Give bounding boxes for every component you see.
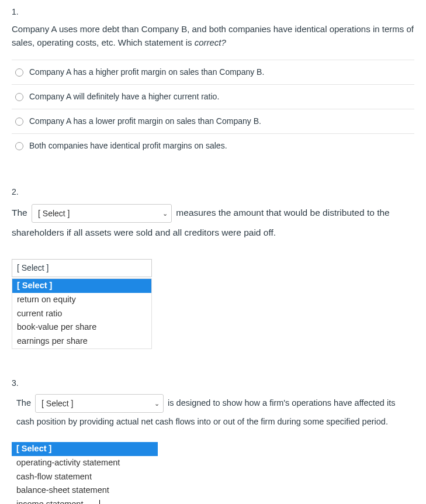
option-list: Company A has a higher profit margin on … bbox=[12, 60, 414, 158]
option-row[interactable]: Both companies have identical profit mar… bbox=[12, 134, 414, 158]
select-value: [ Select ] bbox=[38, 205, 70, 223]
radio-icon[interactable] bbox=[15, 142, 23, 150]
radio-icon[interactable] bbox=[15, 118, 23, 126]
dropdown-panel: [ Select ] operating-activity statement … bbox=[12, 442, 158, 504]
sentence-pre: The bbox=[12, 208, 27, 218]
sentence-post-a: is designed to show how a firm's operati… bbox=[168, 398, 395, 408]
question-number: 1. bbox=[12, 6, 414, 18]
chevron-down-icon: ⌄ bbox=[154, 396, 160, 410]
question-1: 1. Company A uses more debt than Company… bbox=[12, 6, 414, 158]
select-value: [ Select ] bbox=[41, 395, 73, 413]
dropdown-item[interactable]: [ Select ] bbox=[12, 279, 151, 293]
dropdown-item[interactable]: operating-activity statement bbox=[12, 456, 158, 470]
sentence-post-b: cash position by providing actual net ca… bbox=[16, 417, 388, 426]
dropdown-item[interactable]: [ Select ] bbox=[12, 442, 158, 456]
option-row[interactable]: Company A has a lower profit margin on s… bbox=[12, 109, 414, 134]
dropdown-list: [ Select ] operating-activity statement … bbox=[12, 442, 158, 504]
option-row[interactable]: Company A has a higher profit margin on … bbox=[12, 60, 414, 85]
dropdown-item[interactable]: return on equity bbox=[12, 293, 151, 307]
dropdown-item[interactable]: cash-flow statement bbox=[12, 470, 158, 484]
dropdown-panel: [ Select ] [ Select ] return on equity c… bbox=[12, 259, 152, 349]
option-label: Both companies have identical profit mar… bbox=[29, 140, 227, 152]
option-row[interactable]: Company A will definitely have a higher … bbox=[12, 85, 414, 109]
radio-icon[interactable] bbox=[15, 93, 23, 101]
select-dropdown[interactable]: [ Select ] ⌄ bbox=[32, 204, 172, 223]
dropdown-item-label: income statement bbox=[16, 498, 83, 504]
text-cursor bbox=[99, 500, 100, 504]
option-label: Company A will definitely have a higher … bbox=[29, 91, 219, 103]
question-number: 2. bbox=[12, 186, 414, 198]
question-text-emphasis: correct? bbox=[195, 37, 226, 47]
option-label: Company A has a lower profit margin on s… bbox=[29, 115, 261, 127]
select-dropdown[interactable]: [ Select ] ⌄ bbox=[35, 394, 164, 413]
dropdown-item[interactable]: book-value per share bbox=[12, 320, 151, 334]
radio-icon[interactable] bbox=[15, 68, 23, 77]
question-number: 3. bbox=[12, 377, 414, 389]
question-3: 3. The [ Select ] ⌄ is designed to show … bbox=[12, 377, 414, 504]
dropdown-item[interactable]: income statement bbox=[12, 498, 158, 504]
question-text: Company A uses more debt than Company B,… bbox=[12, 23, 414, 49]
sentence-post-a: measures the amount that would be distri… bbox=[176, 208, 389, 218]
sentence-pre: The bbox=[16, 398, 31, 408]
dropdown-item[interactable]: balance-sheet statement bbox=[12, 484, 158, 498]
dropdown-item[interactable]: earnings per share bbox=[12, 334, 151, 348]
fill-in-sentence: The [ Select ] ⌄ is designed to show how… bbox=[12, 394, 414, 431]
dropdown-list: [ Select ] return on equity current rati… bbox=[12, 278, 152, 349]
option-label: Company A has a higher profit margin on … bbox=[29, 66, 264, 78]
dropdown-item[interactable]: current ratio bbox=[12, 307, 151, 321]
question-2: 2. The [ Select ] ⌄ measures the amount … bbox=[12, 186, 414, 349]
sentence-post-b: shareholders if all assets were sold and… bbox=[12, 227, 276, 237]
chevron-down-icon: ⌄ bbox=[162, 206, 168, 220]
fill-in-sentence: The [ Select ] ⌄ measures the amount tha… bbox=[12, 203, 414, 243]
dropdown-header[interactable]: [ Select ] bbox=[12, 259, 152, 277]
